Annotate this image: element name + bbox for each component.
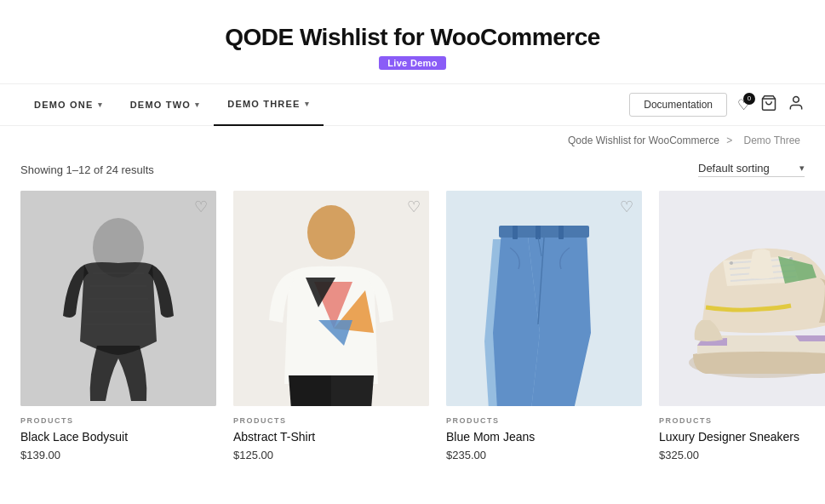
sort-select[interactable]: Default sorting Popularity Latest Price:…	[698, 162, 796, 175]
product-card-3[interactable]: ♡ PRODUCTS Blue Mom Jeans $235.00	[446, 191, 642, 461]
nav-right: Documentation ♡ 0	[629, 93, 805, 117]
cart-icon	[760, 94, 777, 116]
nav-item-demo-two[interactable]: DEMO TWO ▾	[117, 83, 215, 126]
cart-button[interactable]	[760, 94, 777, 116]
nav-item-demo-three[interactable]: DEMO THREE ▾	[214, 83, 324, 126]
results-count: Showing 1–12 of 24 results	[20, 163, 154, 176]
product-card-1[interactable]: ♡ PRODUCTS Black Lace Bodysuit $139.00	[20, 191, 216, 461]
listing-header: Showing 1–12 of 24 results Default sorti…	[0, 155, 825, 191]
breadcrumb: Qode Wishlist for WooCommerce > Demo Thr…	[0, 126, 825, 155]
product-image-4: ♡	[659, 191, 825, 406]
user-button[interactable]	[788, 94, 805, 116]
product-name-1: Black Lace Bodysuit	[20, 429, 216, 444]
product-name-2: Abstract T-Shirt	[233, 429, 429, 444]
svg-rect-18	[536, 226, 541, 239]
svg-rect-16	[499, 226, 589, 238]
product-category-2: PRODUCTS	[233, 416, 429, 425]
product-category-3: PRODUCTS	[446, 416, 642, 425]
product-price-2: $125.00	[233, 449, 429, 461]
nav-item-demo-one[interactable]: DEMO ONE ▾	[20, 83, 117, 126]
live-demo-badge: Live Demo	[379, 56, 445, 70]
site-title: QODE Wishlist for WooCommerce	[17, 24, 808, 51]
nav-label-demo-two: DEMO TWO	[130, 100, 191, 110]
nav-label-demo-three: DEMO THREE	[227, 99, 300, 109]
wishlist-button[interactable]: ♡ 0	[737, 96, 750, 114]
svg-point-28	[730, 261, 733, 265]
svg-point-1	[793, 96, 799, 102]
sort-wrapper: Default sorting Popularity Latest Price:…	[698, 162, 805, 177]
product-card-2[interactable]: ♡ PRODUCTS Abstract T-Shirt $125.00	[233, 191, 429, 461]
svg-rect-17	[513, 226, 518, 239]
user-icon	[788, 94, 805, 116]
chevron-icon: ▾	[305, 100, 310, 108]
product-name-4: Luxury Designer Sneakers	[659, 429, 825, 444]
chevron-icon: ▾	[195, 100, 200, 109]
product-price-4: $325.00	[659, 449, 825, 461]
product-category-1: PRODUCTS	[20, 416, 216, 425]
product-name-3: Blue Mom Jeans	[446, 429, 642, 444]
product-image-2: ♡	[233, 191, 429, 406]
products-grid: ♡ PRODUCTS Black Lace Bodysuit $139.00	[0, 191, 825, 495]
wishlist-count: 0	[743, 93, 755, 105]
breadcrumb-parent[interactable]: Qode Wishlist for WooCommerce	[568, 135, 719, 146]
nav-bar: DEMO ONE ▾ DEMO TWO ▾ DEMO THREE ▾ Docum…	[0, 83, 825, 126]
nav-label-demo-one: DEMO ONE	[34, 100, 94, 110]
nav-left: DEMO ONE ▾ DEMO TWO ▾ DEMO THREE ▾	[20, 83, 324, 126]
wishlist-btn-3[interactable]: ♡	[620, 199, 633, 215]
product-card-4[interactable]: ♡ PRODUCTS Luxury Designer Sneakers $325…	[659, 191, 825, 461]
chevron-down-icon: ▾	[799, 163, 805, 174]
site-header: QODE Wishlist for WooCommerce Live Demo	[0, 0, 825, 83]
product-price-1: $139.00	[20, 449, 216, 461]
product-price-3: $235.00	[446, 449, 642, 461]
breadcrumb-current: Demo Three	[744, 135, 800, 146]
chevron-icon: ▾	[98, 100, 103, 109]
wishlist-btn-1[interactable]: ♡	[194, 199, 208, 215]
product-category-4: PRODUCTS	[659, 416, 825, 425]
breadcrumb-separator: >	[726, 135, 732, 146]
svg-rect-19	[559, 226, 564, 239]
product-image-1: ♡	[20, 191, 216, 406]
product-image-3: ♡	[446, 191, 642, 406]
wishlist-btn-2[interactable]: ♡	[407, 199, 421, 215]
svg-point-10	[307, 205, 355, 260]
documentation-button[interactable]: Documentation	[629, 93, 727, 117]
